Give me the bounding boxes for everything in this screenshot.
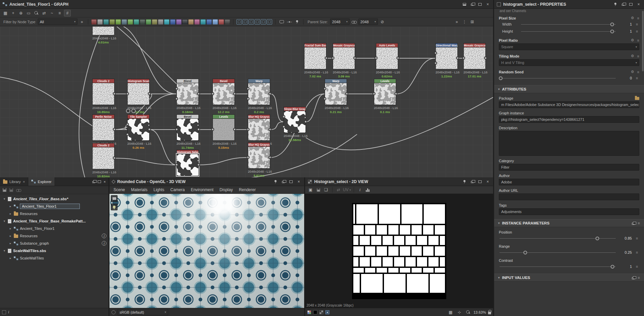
node-palette-icon-13[interactable] xyxy=(170,19,175,25)
fit-view-icon[interactable]: ⊹ xyxy=(456,309,463,316)
tab-explorer[interactable]: Explorer xyxy=(28,177,55,186)
tree-chevron-icon[interactable]: ▸ xyxy=(9,256,12,260)
out-port[interactable] xyxy=(345,92,348,95)
node-palette-icon-5[interactable] xyxy=(122,19,127,25)
in-port[interactable] xyxy=(331,57,334,60)
node-palette-icon-22[interactable] xyxy=(225,19,230,25)
parent-size-height-select[interactable]: 2048▾ xyxy=(358,19,378,25)
width-expr-icon[interactable]: ≡ xyxy=(635,22,639,26)
graph-node-tile_sampler[interactable]: Tile Sampler2048x2048 - L160.26 ms xyxy=(127,114,150,149)
info-badge[interactable]: i xyxy=(102,241,106,246)
tree-item-ancient-tiles-floor1[interactable]: ▸Ancient_Tiles_Floor1 xyxy=(0,203,108,210)
out-port[interactable] xyxy=(394,92,397,95)
node-palette-icon-21[interactable] xyxy=(219,19,224,25)
info-panel-icon[interactable]: i xyxy=(8,310,9,315)
out-port[interactable] xyxy=(113,128,116,131)
tree-item-ancient-tiles-floor-base-sbs-[interactable]: ▾Ancient_Tiles_Floor_Base.sbs* xyxy=(0,195,108,203)
frame-palette-icon-0[interactable] xyxy=(236,19,242,25)
dots-options-icon[interactable]: ⋮ xyxy=(461,19,468,25)
histogram-icon[interactable] xyxy=(364,186,371,193)
in-port[interactable] xyxy=(247,128,250,131)
range-slider[interactable] xyxy=(500,250,616,255)
out-port[interactable] xyxy=(233,128,236,131)
save-all-icon[interactable] xyxy=(9,188,13,192)
light-icon[interactable] xyxy=(111,204,118,210)
random-seed-slider[interactable] xyxy=(500,76,616,80)
in-port[interactable] xyxy=(126,133,129,136)
tree-item-resources[interactable]: ▸Resources xyxy=(0,210,108,217)
out-port[interactable] xyxy=(233,92,236,95)
out-port[interactable] xyxy=(268,156,271,159)
tree-item-ancient-tiles-floor1[interactable]: ▸Ancient_Tiles_Floor1 xyxy=(0,225,108,232)
tree-chevron-icon[interactable]: ▾ xyxy=(3,249,6,252)
tree-chevron-icon[interactable]: ▾ xyxy=(3,197,6,201)
frame-palette-icon-3[interactable] xyxy=(255,19,260,25)
info-badge[interactable]: i xyxy=(102,234,106,238)
node-type-filter-select[interactable]: All▾ xyxy=(38,19,77,25)
in-port[interactable] xyxy=(434,62,437,65)
node-palette-icon-16[interactable] xyxy=(188,19,194,25)
frame-palette-icon-5[interactable] xyxy=(267,19,272,25)
node-palette-icon-17[interactable] xyxy=(194,19,200,25)
properties-scrollbar[interactable] xyxy=(642,11,644,71)
out-port[interactable] xyxy=(304,120,307,123)
pin-node-icon[interactable] xyxy=(294,19,300,25)
out-port[interactable] xyxy=(197,163,200,166)
out-port[interactable] xyxy=(197,128,200,131)
graph-canvas[interactable]: 2048x2048 - L164.01msFractal Sum Base204… xyxy=(0,27,493,177)
align-nodes-icon[interactable]: ≡ xyxy=(56,10,63,16)
search-icon[interactable] xyxy=(33,10,40,16)
in-port[interactable] xyxy=(373,92,376,95)
params-menu-icon[interactable]: ≡ xyxy=(638,221,640,225)
instance-parameters-section[interactable]: ▾INSTANCE PARAMETERS ≡ xyxy=(494,219,644,227)
graph-node-clouds2_a[interactable]: Clouds 22048x2048 - L1619.85ms xyxy=(92,79,115,114)
comment-node-icon[interactable] xyxy=(278,19,285,25)
dot-node-icon[interactable]: –●– xyxy=(286,19,293,25)
node-pin-icon[interactable] xyxy=(126,109,130,113)
out-port[interactable] xyxy=(484,57,487,60)
out-port[interactable] xyxy=(113,156,116,160)
position-value[interactable]: 0.85 xyxy=(618,236,632,240)
graph-node-warp_2[interactable]: Warp2048x2048 - L160.21 ms xyxy=(325,79,347,114)
node-palette-icon-20[interactable] xyxy=(213,19,218,25)
in-port[interactable] xyxy=(175,163,178,166)
random-seed-expr-icon[interactable]: ≡ xyxy=(635,76,639,80)
node-palette-icon-12[interactable] xyxy=(164,19,169,25)
pixel-ratio-menu-icon[interactable]: ≡ xyxy=(637,38,639,42)
menu-scene[interactable]: Scene xyxy=(114,187,125,192)
float-properties-icon[interactable] xyxy=(620,2,626,7)
tree-item-scalewalltiles[interactable]: ▸ScaleWallTiles xyxy=(0,254,108,262)
graph-node-slope_blur[interactable]: Slope Blur Grayscale2048x2048 - L1612.56… xyxy=(284,107,306,142)
node-palette-icon-4[interactable] xyxy=(116,19,121,25)
graph-node-blend_1[interactable]: Blend2048x2048 - L160.16ms xyxy=(176,79,199,114)
link-display-icon[interactable]: ~ xyxy=(49,10,55,16)
graph-view-icon[interactable]: ▦ xyxy=(2,10,9,16)
width-slider[interactable] xyxy=(521,22,616,27)
tree-chevron-icon[interactable]: ▸ xyxy=(9,234,12,238)
out-port[interactable] xyxy=(353,57,356,60)
tiling-mode-options-icon[interactable]: ⚙ xyxy=(631,54,634,58)
node-palette-icon-2[interactable] xyxy=(103,19,109,25)
node-palette-icon-14[interactable] xyxy=(176,19,182,25)
frame-palette-icon-2[interactable] xyxy=(249,19,254,25)
graph-node-histogram_select[interactable]: Histogram Select2048x2048 - L160.27ms xyxy=(176,150,199,177)
in-port[interactable] xyxy=(211,128,214,131)
close-library-tab-icon[interactable]: × xyxy=(23,180,25,184)
in-port[interactable] xyxy=(126,123,129,126)
size-link-icon[interactable] xyxy=(351,19,357,25)
move-tool-icon[interactable]: + xyxy=(10,10,17,16)
close-button[interactable]: × xyxy=(485,2,490,7)
frame-palette-icon-1[interactable] xyxy=(243,19,248,25)
float-button[interactable] xyxy=(470,2,475,7)
in-port[interactable] xyxy=(462,57,465,60)
pin-3d-view-icon[interactable] xyxy=(273,179,278,184)
graph-node-bevel_2[interactable]: Bevel2048x2048 - L1611.74ms xyxy=(176,114,199,149)
node-palette-icon-10[interactable] xyxy=(152,19,157,25)
in-port[interactable] xyxy=(434,51,437,55)
float-panel-icon[interactable] xyxy=(92,181,95,183)
in-port[interactable] xyxy=(175,87,178,90)
random-seed-options-icon[interactable]: ⚙ xyxy=(631,70,634,74)
in-port[interactable] xyxy=(282,125,285,128)
node-palette-icon-15[interactable] xyxy=(182,19,188,25)
background-icon[interactable] xyxy=(313,310,317,314)
